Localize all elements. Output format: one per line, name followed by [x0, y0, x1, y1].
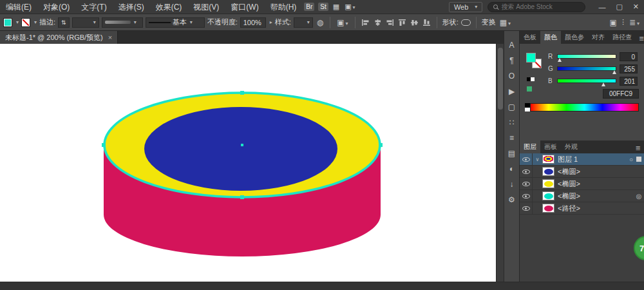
menu-effect[interactable]: 效果(C): [150, 0, 188, 14]
paragraph-panel-icon[interactable]: ¶: [509, 57, 513, 64]
stroke-caret-icon[interactable]: ▾: [34, 19, 37, 25]
tab-swatches[interactable]: 色板: [520, 31, 540, 44]
layer-row-ellipse-blue[interactable]: <椭圆>: [520, 166, 644, 178]
character-panel-icon[interactable]: A: [509, 41, 514, 49]
menu-type[interactable]: 文字(T): [75, 0, 112, 14]
stroke-panel-icon[interactable]: ≡: [509, 134, 514, 142]
opentype-panel-icon[interactable]: O: [509, 72, 515, 80]
artboards-panel-icon[interactable]: ▢: [508, 103, 515, 111]
layer-row-ellipse-cyan[interactable]: <椭圆> ◎: [520, 190, 644, 202]
target-circle-icon[interactable]: ○: [626, 156, 636, 163]
anchor-left[interactable]: [102, 143, 106, 147]
menu-edit[interactable]: 编辑(E): [0, 0, 37, 14]
close-button[interactable]: ✕: [628, 3, 644, 11]
anchor-bottom[interactable]: [240, 195, 244, 199]
opacity-field[interactable]: 100%: [240, 17, 266, 28]
restore-button[interactable]: ▢: [611, 3, 627, 11]
tab-layers[interactable]: 图层: [520, 140, 540, 153]
expand-arrow-icon[interactable]: ∨: [533, 157, 542, 162]
document-tab[interactable]: 未标题-1* @ 200% (RGB/预览) ×: [0, 31, 118, 44]
menu-select[interactable]: 选择(S): [113, 0, 150, 14]
more-options-icon[interactable]: ⫶: [621, 18, 625, 27]
inner-ellipse-blue[interactable]: [144, 107, 337, 191]
canvas-artboard[interactable]: [0, 44, 496, 282]
tab-pathfinder[interactable]: 路径查: [609, 31, 636, 44]
arrange-documents-icon[interactable]: ▦: [330, 3, 342, 11]
object-name[interactable]: <椭圆>: [558, 167, 634, 177]
tab-color[interactable]: 颜色: [540, 31, 561, 44]
opacity-panel-arrow-icon[interactable]: ▸: [270, 19, 272, 25]
menu-window[interactable]: 窗口(W): [225, 0, 264, 14]
spectrum-bar[interactable]: [530, 103, 639, 111]
object-name[interactable]: <椭圆>: [558, 191, 634, 201]
tab-color-guide[interactable]: 颜色参: [561, 31, 588, 44]
layout-icon[interactable]: ▣▾: [342, 3, 357, 11]
minimize-button[interactable]: —: [593, 3, 611, 11]
vertical-scrollbar[interactable]: [496, 44, 504, 282]
visibility-toggle[interactable]: [520, 202, 533, 214]
menu-object[interactable]: 对象(O): [37, 0, 75, 14]
fill-color-swatch[interactable]: [3, 18, 12, 27]
transform-label[interactable]: 变换: [482, 17, 496, 27]
green-slider-thumb[interactable]: [612, 70, 616, 74]
transform-panel-icon[interactable]: ∷: [509, 119, 515, 126]
stroke-color-swatch[interactable]: [21, 18, 30, 27]
object-name[interactable]: <椭圆>: [558, 179, 634, 189]
object-name[interactable]: <路径>: [558, 204, 634, 213]
layer-row-path-pink[interactable]: <路径>: [520, 202, 644, 215]
black-white-swatches[interactable]: [525, 103, 530, 111]
align-right-icon[interactable]: [386, 19, 394, 26]
align-left-icon[interactable]: [361, 19, 370, 26]
color-spectrum[interactable]: [525, 103, 639, 111]
fill-swatch[interactable]: [526, 53, 536, 63]
align-bottom-icon[interactable]: [422, 19, 431, 26]
gradient-panel-icon[interactable]: ▤: [508, 150, 515, 157]
fill-caret-icon[interactable]: ▾: [16, 19, 19, 25]
stroke-weight-dropdown[interactable]: ▾: [72, 17, 99, 28]
scrollbar-thumb[interactable]: [498, 48, 503, 110]
anchor-right[interactable]: [379, 143, 383, 147]
web-color-cube-icon[interactable]: [527, 86, 532, 92]
width-profile-dropdown[interactable]: ▾: [102, 17, 143, 28]
stroke-weight-stepper[interactable]: ⇅: [58, 17, 70, 28]
align-top-icon[interactable]: [398, 19, 406, 26]
blue-slider-thumb[interactable]: [601, 82, 605, 86]
recolor-artwork-icon[interactable]: ◍: [316, 18, 325, 27]
document-setup-icon[interactable]: ▣▾: [336, 18, 349, 27]
visibility-toggle[interactable]: [520, 178, 533, 189]
red-slider[interactable]: [557, 54, 616, 59]
anchor-top[interactable]: [240, 91, 244, 95]
align-center-icon[interactable]: [374, 19, 382, 26]
center-point[interactable]: [241, 144, 243, 146]
search-input[interactable]: [501, 3, 578, 10]
brush-definition-dropdown[interactable]: 基本 ▾: [146, 17, 205, 28]
red-value[interactable]: 0: [620, 52, 638, 61]
tab-appearance[interactable]: 外观: [561, 140, 582, 153]
menu-view[interactable]: 视图(V): [187, 0, 225, 14]
actions-panel-icon[interactable]: ▶: [509, 88, 515, 95]
style-dropdown[interactable]: ▾: [294, 17, 313, 28]
transform-grid-icon[interactable]: ▦▾: [498, 18, 512, 27]
target-selected-icon[interactable]: ◎: [634, 193, 644, 200]
layer-row-ellipse-yellow[interactable]: <椭圆>: [520, 178, 644, 190]
layer-name[interactable]: 图层 1: [558, 155, 626, 164]
green-value[interactable]: 255: [620, 64, 638, 73]
selection-indicator[interactable]: [636, 157, 641, 162]
settings-gear-icon[interactable]: ⚙: [508, 196, 515, 204]
stock-search-box[interactable]: [488, 2, 585, 12]
visibility-toggle[interactable]: [520, 153, 533, 165]
default-colors-icon[interactable]: [527, 77, 535, 81]
align-middle-icon[interactable]: [410, 19, 419, 26]
blue-value[interactable]: 201: [620, 77, 638, 86]
transparency-panel-icon[interactable]: ◐: [509, 165, 514, 173]
hex-value-field[interactable]: 00FFC9: [603, 89, 639, 99]
panel-menu-icon[interactable]: ≣: [632, 144, 644, 153]
blue-slider[interactable]: [557, 79, 616, 83]
bridge-icon[interactable]: Br: [304, 3, 314, 11]
shape-properties-icon[interactable]: [461, 19, 471, 26]
tab-close-icon[interactable]: ×: [108, 34, 112, 41]
symbols-panel-icon[interactable]: ↓: [510, 180, 514, 188]
workspace-switcher[interactable]: Web ▾: [449, 2, 482, 12]
red-slider-thumb[interactable]: [558, 58, 562, 62]
visibility-toggle[interactable]: [520, 190, 533, 202]
